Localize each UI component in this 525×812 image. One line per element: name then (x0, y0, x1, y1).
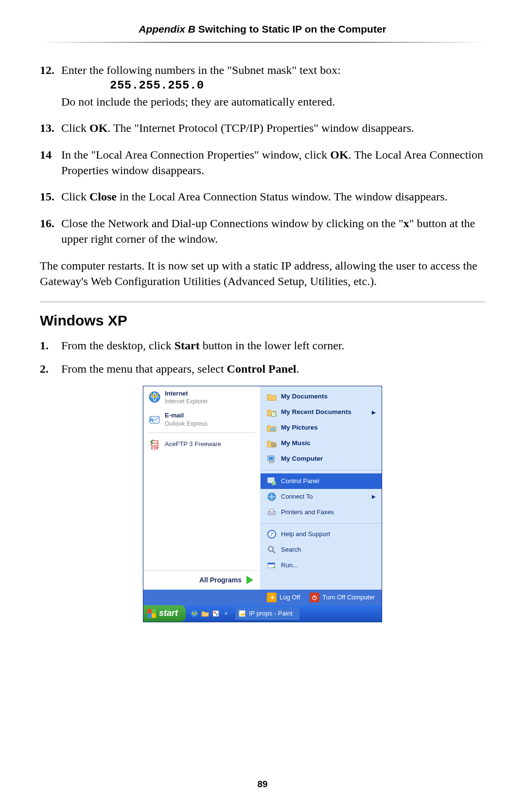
power-icon (310, 593, 319, 602)
help-support[interactable]: ? Help and Support (261, 526, 382, 542)
svg-text:FTP: FTP (151, 446, 158, 451)
right-separator (261, 470, 382, 470)
xp-logoff-bar: Log Off Turn Off Computer (143, 590, 382, 605)
step-15: 15. Click Close in the Local Area Connec… (40, 189, 485, 204)
all-programs[interactable]: All Programs (143, 570, 260, 590)
arrow-right-icon: ▶ (372, 409, 376, 416)
mail-icon (148, 413, 161, 426)
search[interactable]: Search (261, 542, 382, 558)
windows-flag-icon (147, 609, 156, 618)
header-appendix: Appendix B (139, 23, 195, 35)
run[interactable]: Run... (261, 558, 382, 573)
step-body: From the menu that appears, select Contr… (61, 361, 485, 377)
step-text-b: Do not include the periods; they are aut… (61, 95, 335, 108)
pinned-aceftp[interactable]: FTP AceFTP 3 Freeware (143, 435, 260, 453)
step-num: 2. (40, 361, 61, 377)
close-label: Close (89, 190, 117, 203)
svg-rect-24 (239, 611, 245, 616)
svg-rect-5 (270, 428, 275, 431)
clock-folder-icon (266, 407, 277, 418)
svg-rect-8 (269, 461, 274, 463)
step-num: 14 (40, 147, 61, 179)
paint-icon (238, 610, 246, 617)
svg-point-22 (214, 612, 216, 614)
pinned-internet[interactable]: Internet Internet Explorer (143, 386, 260, 409)
sub-step-1: 1. From the desktop, click Start button … (40, 338, 485, 353)
ie-icon (148, 391, 161, 403)
cpanel-label: Control Panel (227, 362, 297, 375)
chevron-icon[interactable]: » (223, 610, 229, 617)
paint-icon[interactable] (212, 610, 220, 617)
my-pictures[interactable]: My Pictures (261, 420, 382, 436)
my-computer[interactable]: My Computer (261, 451, 382, 467)
arrow-right-icon (246, 576, 253, 584)
run-icon (266, 560, 277, 571)
pinned-text: E-mail Outlook Express (165, 411, 208, 428)
svg-rect-18 (268, 563, 275, 564)
step-body: From the desktop, click Start button in … (61, 338, 485, 353)
pictures-folder-icon (266, 423, 277, 433)
right-separator (261, 523, 382, 523)
my-music[interactable]: My Music (261, 436, 382, 451)
step-num: 12. (40, 62, 61, 109)
svg-rect-21 (213, 611, 219, 616)
search-icon (266, 544, 277, 555)
logoff-icon (267, 593, 277, 602)
music-folder-icon (266, 438, 277, 449)
step-14: 14 In the "Local Area Connection Propert… (40, 147, 485, 179)
svg-point-16 (268, 546, 273, 551)
ok-label: OK (89, 122, 107, 134)
svg-text:?: ? (270, 531, 273, 538)
printer-icon (266, 507, 277, 518)
step-13: 13. Click OK. The "Internet Protocol (TC… (40, 120, 485, 136)
step-num: 1. (40, 338, 61, 353)
my-documents[interactable]: My Documents (261, 389, 382, 405)
content-area: 12. Enter the following numbers in the "… (0, 43, 525, 622)
sub-steps: 1. From the desktop, click Start button … (40, 338, 485, 377)
step-16: 16. Close the Network and Dial-up Connec… (40, 216, 485, 247)
svg-rect-13 (270, 509, 274, 512)
start-label: Start (175, 339, 200, 352)
ftp-icon: FTP (148, 438, 161, 451)
xp-start-menu: Internet Internet Explorer E-mail Outloo… (143, 386, 382, 622)
help-icon: ? (266, 529, 277, 540)
connect-to[interactable]: Connect To ▶ (261, 489, 382, 505)
start-button[interactable]: start (143, 605, 186, 622)
page-header: Appendix B Switching to Static IP on the… (0, 0, 525, 35)
control-panel-icon (266, 476, 277, 487)
tcpip-label: TCP/IP (225, 122, 260, 134)
network-icon (266, 491, 277, 502)
turn-off-button[interactable]: Turn Off Computer (310, 593, 375, 602)
steps-list: 12. Enter the following numbers in the "… (40, 62, 485, 247)
step-12: 12. Enter the following numbers in the "… (40, 62, 485, 109)
step-body: Click OK. The "Internet Protocol (TCP/IP… (61, 120, 485, 136)
printers-faxes[interactable]: Printers and Faxes (261, 505, 382, 520)
x-label: x (403, 217, 409, 230)
step-text: Enter the following numbers in the "Subn… (61, 64, 341, 76)
taskbar-task[interactable]: IP props - Paint (235, 607, 299, 620)
log-off-button[interactable]: Log Off (267, 593, 300, 602)
step-body: Close the Network and Dial-up Connection… (61, 216, 485, 247)
arrow-right-icon: ▶ (372, 493, 376, 500)
section-heading: Windows XP (40, 311, 485, 331)
svg-point-20 (191, 610, 198, 617)
my-recent-documents[interactable]: My Recent Documents ▶ (261, 405, 382, 420)
section-rule (40, 302, 485, 302)
xp-left-panel: Internet Internet Explorer E-mail Outloo… (143, 386, 261, 590)
pinned-email[interactable]: E-mail Outlook Express (143, 408, 260, 431)
xp-right-panel: My Documents My Recent Documents ▶ My Pi… (261, 386, 382, 590)
svg-point-23 (216, 614, 218, 615)
folder-icon[interactable] (201, 610, 209, 617)
quick-launch: » (186, 605, 232, 622)
computer-icon (266, 454, 277, 465)
step-body: Enter the following numbers in the "Subn… (61, 62, 485, 109)
svg-rect-7 (269, 457, 273, 460)
summary-paragraph: The computer restarts. It is now set up … (40, 258, 485, 289)
step-body: Click Close in the Local Area Connection… (61, 189, 485, 204)
step-num: 15. (40, 189, 61, 204)
control-panel[interactable]: Control Panel (261, 473, 382, 489)
xp-taskbar: start » IP props - Paint (143, 605, 382, 622)
ie-icon[interactable] (191, 610, 198, 617)
step-body: In the "Local Area Connection Properties… (61, 147, 485, 179)
folder-icon (266, 392, 277, 402)
